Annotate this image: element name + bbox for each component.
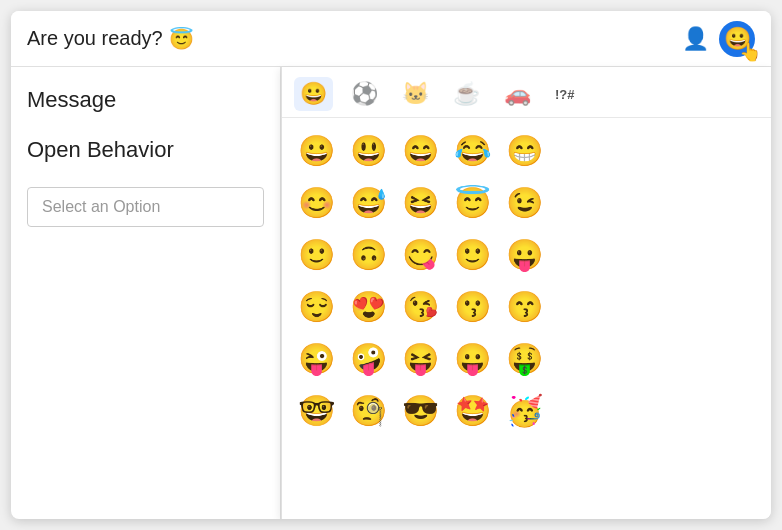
emoji-partying[interactable]: 🥳 <box>500 386 548 434</box>
emoji-grin[interactable]: 😁 <box>500 126 548 174</box>
header-title: Are you ready? 😇 <box>27 27 194 51</box>
tab-smileys[interactable]: 😀 <box>294 77 333 111</box>
emoji-zany[interactable]: 🤪 <box>344 334 392 382</box>
emoji-sweat-smile[interactable]: 😅 <box>344 178 392 226</box>
select-option-dropdown[interactable]: Select an Option <box>27 187 264 227</box>
emoji-stuck-out-tongue[interactable]: 😛 <box>500 230 548 278</box>
emoji-smiley[interactable]: 😃 <box>344 126 392 174</box>
emoji-row-6: 🤓 🧐 😎 🤩 🥳 <box>292 386 761 434</box>
emoji-halo[interactable]: 😇 <box>448 178 496 226</box>
emoji-monocle[interactable]: 🧐 <box>344 386 392 434</box>
emoji-wink[interactable]: 😉 <box>500 178 548 226</box>
tab-symbols[interactable]: !?# <box>549 83 581 106</box>
header-icons: 👤 😀 👆 <box>677 21 755 57</box>
person-icon: 👤 <box>682 26 709 52</box>
emoji-kissing-smiling-eyes[interactable]: 😙 <box>500 282 548 330</box>
left-panel: Message Open Behavior Select an Option <box>11 67 281 519</box>
emoji-picker-panel: 😀 ⚽ 🐱 ☕ 🚗 !?# 😀 😃 😄 😂 😁 😊 😅 <box>281 67 771 519</box>
emoji-winking-tongue[interactable]: 😜 <box>292 334 340 382</box>
emoji-row-3: 🙂 🙃 😋 🙂 😛 <box>292 230 761 278</box>
emoji-relieved[interactable]: 😌 <box>292 282 340 330</box>
person-icon-button[interactable]: 👤 <box>677 21 713 57</box>
emoji-nerd[interactable]: 🤓 <box>292 386 340 434</box>
emoji-laughing[interactable]: 😆 <box>396 178 444 226</box>
emoji-row-5: 😜 🤪 😝 😛 🤑 <box>292 334 761 382</box>
emoji-kissing[interactable]: 😗 <box>448 282 496 330</box>
tab-travel[interactable]: 🚗 <box>498 77 537 111</box>
emoji-slightly-smiling[interactable]: 🙂 <box>292 230 340 278</box>
emoji-upside-down[interactable]: 🙃 <box>344 230 392 278</box>
emoji-row-4: 😌 😍 😘 😗 😙 <box>292 282 761 330</box>
emoji-yum[interactable]: 😋 <box>396 230 444 278</box>
tab-food[interactable]: ☕ <box>447 77 486 111</box>
emoji-row-2: 😊 😅 😆 😇 😉 <box>292 178 761 226</box>
smiley-icon: 😀 <box>724 26 751 52</box>
emoji-tabs: 😀 ⚽ 🐱 ☕ 🚗 !?# <box>282 67 771 118</box>
message-label: Message <box>27 87 264 113</box>
emoji-blush[interactable]: 😊 <box>292 178 340 226</box>
emoji-money-mouth[interactable]: 🤑 <box>500 334 548 382</box>
content-area: Message Open Behavior Select an Option 😀… <box>11 67 771 519</box>
emoji-star-struck[interactable]: 🤩 <box>448 386 496 434</box>
header: Are you ready? 😇 👤 😀 👆 <box>11 11 771 67</box>
emoji-squinting-tongue[interactable]: 😝 <box>396 334 444 382</box>
open-behavior-label: Open Behavior <box>27 137 264 163</box>
emoji-grid[interactable]: 😀 😃 😄 😂 😁 😊 😅 😆 😇 😉 🙂 🙃 😋 <box>282 118 771 519</box>
emoji-simple-smile[interactable]: 🙂 <box>448 230 496 278</box>
header-title-text: Are you ready? <box>27 27 163 50</box>
tab-sports[interactable]: ⚽ <box>345 77 384 111</box>
emoji-tongue[interactable]: 😛 <box>448 334 496 382</box>
emoji-kissing-heart[interactable]: 😘 <box>396 282 444 330</box>
header-title-emoji: 😇 <box>169 27 194 51</box>
tab-animals[interactable]: 🐱 <box>396 77 435 111</box>
emoji-heart-eyes[interactable]: 😍 <box>344 282 392 330</box>
emoji-sunglasses[interactable]: 😎 <box>396 386 444 434</box>
emoji-joy[interactable]: 😂 <box>448 126 496 174</box>
main-window: Are you ready? 😇 👤 😀 👆 Message Open Beha… <box>11 11 771 519</box>
emoji-row-1: 😀 😃 😄 😂 😁 <box>292 126 761 174</box>
emoji-smile[interactable]: 😄 <box>396 126 444 174</box>
emoji-grinning[interactable]: 😀 <box>292 126 340 174</box>
emoji-icon-button[interactable]: 😀 👆 <box>719 21 755 57</box>
